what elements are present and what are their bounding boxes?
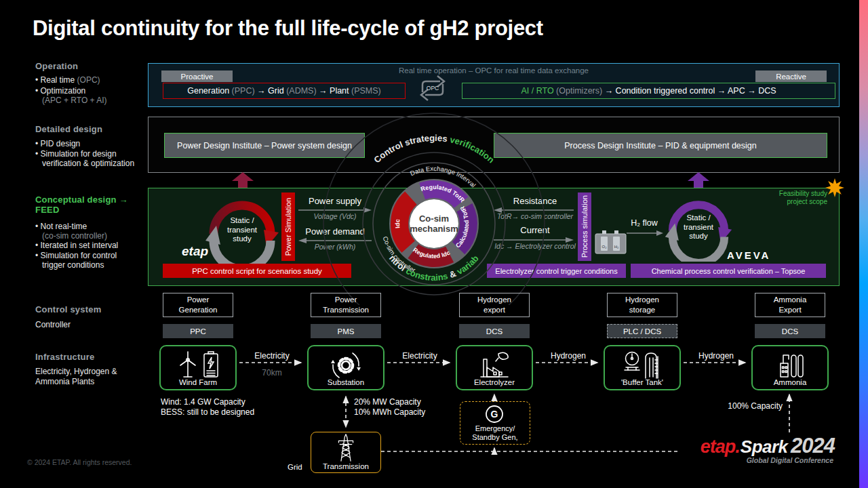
col3-l1: Hydrogen <box>477 295 511 305</box>
sub-note-line1: 20% MW Capacity <box>354 397 425 407</box>
node-wind-farm: Wind Farm <box>159 345 237 390</box>
sidebar-operation-line3: (APC + RTO + AI) <box>35 96 159 105</box>
sidebar-operation-line1-paren: (OPC) <box>77 75 100 85</box>
flow-condition-control: → Condition triggered control → APC → DC… <box>602 86 776 96</box>
process-simulation-bar: Process simulation <box>578 192 591 261</box>
proactive-flow: Generation (PPC) → Grid (ADMS) → Plant (… <box>163 83 406 99</box>
grid-label: Grid <box>288 462 302 472</box>
col5-l2: Export <box>778 305 801 315</box>
node-transmission: Transmission <box>311 432 381 473</box>
substation-icons <box>309 350 383 381</box>
power-simulation-bar-label: Power Simulation <box>284 198 292 256</box>
sidebar-detailed-line3: verification & optimization <box>35 159 159 168</box>
battery-icon <box>202 350 220 379</box>
link-hydrogen-1: Hydrogen <box>538 351 599 361</box>
col5-l1: Ammonia <box>774 295 807 305</box>
reactive-flow: AI / RTO (Optimizers) → Condition trigge… <box>462 83 835 99</box>
copyright: © 2024 ETAP. All rights reserved. <box>27 458 132 466</box>
right-cycle-line1: Static / <box>671 214 726 223</box>
cell-o2-label: O₂ <box>602 245 608 249</box>
wind-capacity-note: Wind: 1.4 GW Capacity BESS: still to be … <box>161 397 254 418</box>
generator-icon: G <box>484 404 505 424</box>
link-electricity-2: Electricity <box>389 351 450 361</box>
slide: Digital continuity for the full life-cyc… <box>0 0 868 488</box>
page-title: Digital continuity for the full life-cyc… <box>33 16 543 41</box>
logo-dot: . <box>735 436 741 457</box>
col1-l2: Generation <box>179 305 218 315</box>
edge-gradient-bar <box>859 0 868 488</box>
gauge-tank-icon <box>623 350 662 380</box>
green-factory-icon <box>478 350 511 380</box>
controller-ppc: PPC <box>163 324 233 338</box>
sidebar-conceptual-line3: • Iterated in set interval <box>35 241 152 250</box>
electrolyzer-trigger-banner: Electrolyzer control trigger conditions <box>487 264 626 278</box>
link-70km: 70km <box>241 368 302 378</box>
logo-year: 2024 <box>791 434 835 458</box>
sidebar-detailed-line1: • PID design <box>35 139 152 148</box>
maroon-up-arrow-stem <box>238 180 248 188</box>
control-label-power-generation: PowerGeneration <box>163 293 233 317</box>
sidebar-operation-line1-text: • Real time <box>35 75 77 85</box>
sidebar-heading-operation: Operation <box>35 61 151 71</box>
sidebar-conceptual-line4: • Simulation for control <box>35 251 152 260</box>
controller-dcs-export: DCS <box>459 324 530 338</box>
resistance-label: Resistance <box>492 196 578 206</box>
power-kwh-sublabel: Power (kWh) <box>296 243 374 251</box>
flow-ai-rto: AI / RTO <box>521 86 556 96</box>
node-ammonia: Ammonia <box>751 345 829 390</box>
control-label-hydrogen-export: Hydrogenexport <box>459 293 530 317</box>
sidebar-infra-line2: Ammonia Plants <box>35 377 152 386</box>
h2-flow-arrow <box>625 230 665 236</box>
left-cycle-line2: transient <box>215 226 269 235</box>
flow-grid: → Grid <box>255 86 287 96</box>
sidebar-operation-line1: • Real time (OPC) <box>35 75 152 85</box>
right-cycle-line3: study <box>671 232 726 241</box>
sidebar-conceptual-line2: (co-sim controller) <box>35 231 159 241</box>
substation-capacity-note: 20% MW Capacity 10% MWh Capacity <box>354 397 425 418</box>
feasibility-line2: project scope <box>732 198 827 206</box>
sidebar-conceptual-line1: • Not real-time <box>35 222 152 231</box>
operation-header: Real time operation – OPC for real time … <box>149 66 839 75</box>
star-marker-icon <box>825 178 845 198</box>
sidebar-heading-infrastructure: Infrastructure <box>35 352 151 362</box>
link-electricity-1: Electricity <box>241 351 302 361</box>
sidebar-infra-line1: Electricity, Hydrogen & <box>35 367 152 376</box>
opc-icon-label: OPC <box>427 85 439 92</box>
flow-psms: (PSMS) <box>351 86 381 96</box>
process-simulation-bar-label: Process simulation <box>580 195 589 258</box>
voltage-sublabel: Voltage (Vdc) <box>296 212 374 220</box>
wind-farm-icons <box>161 350 235 380</box>
power-demand-label: Power demand <box>296 226 374 237</box>
sidebar-heading-feed: FEED <box>35 205 151 215</box>
sidebar-heading-conceptual-design: Conceptual design → <box>35 195 151 205</box>
control-label-hydrogen-storage: Hydrogenstorage <box>607 293 677 317</box>
ammonia-plant-icon <box>775 350 805 380</box>
logo-spark: Spark <box>741 436 788 457</box>
totr-sublabel: TotR→ co-sim controller <box>486 212 585 220</box>
sidebar-heading-control-system: Control system <box>35 304 151 314</box>
flow-optimizers: (Optimizers) <box>556 86 602 96</box>
emergency-line1: Emergency/ <box>460 424 530 433</box>
node-buffer-tank: 'Buffer Tank' <box>604 345 681 390</box>
etap-spark-wordmark: etap.Spark 2024 <box>680 434 837 458</box>
right-cycle-label: Static / transient study <box>671 214 726 241</box>
sidebar-operation-line2: • Optimization <box>35 86 152 96</box>
wind-note-line1: Wind: 1.4 GW Capacity <box>161 397 254 407</box>
controller-pms: PMS <box>311 324 381 338</box>
right-cycle-line2: transient <box>671 223 726 232</box>
node-substation: Substation <box>307 345 384 390</box>
wind-turbine-icon <box>176 350 199 380</box>
idc-sublabel: Idc → Electrolyzer control <box>486 242 585 250</box>
substation-gear-icon <box>330 350 361 381</box>
controller-dcs-ammonia: DCS <box>755 324 825 338</box>
feasibility-line1: Feasibility study <box>732 190 827 198</box>
control-label-ammonia-export: AmmoniaExport <box>755 293 825 317</box>
control-label-power-transmission: PowerTransmission <box>311 293 381 317</box>
etap-logo: etap <box>182 244 208 259</box>
col1-l1: Power <box>187 295 210 305</box>
emergency-line2: Standby Gen, <box>460 433 530 442</box>
left-cycle-line1: Static / <box>215 216 269 226</box>
col4-l1: Hydrogen <box>625 295 659 305</box>
flow-adms: (ADMS) <box>286 86 316 96</box>
ammonia-capacity-note: 100% Capacity <box>715 401 783 411</box>
